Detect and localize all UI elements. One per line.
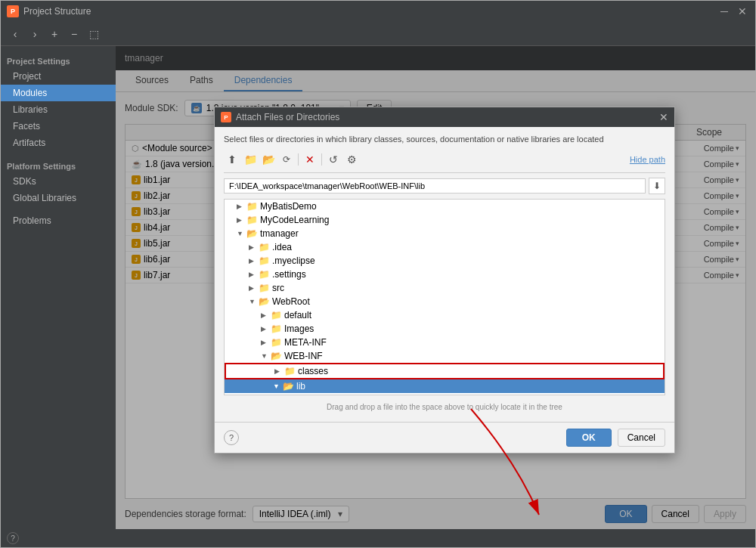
chevron-down-icon: ▼ [273, 382, 280, 390]
back-button[interactable]: ‹ [7, 26, 23, 42]
modal-body: Select files or directories in which lib… [215, 127, 674, 422]
window-title: Project Structure [23, 6, 713, 17]
tree-item-default[interactable]: ▶ 📁 default [225, 308, 665, 322]
platform-settings-section: Platform Settings [1, 157, 116, 173]
tree-item-asm-jar[interactable]: ▶ J asm.jar [225, 393, 665, 395]
path-input-row: ⬇ [224, 178, 665, 194]
tree-item-meta-inf[interactable]: ▶ 📁 META-INF [225, 336, 665, 349]
main-area: Project Settings Project Modules Librari… [1, 46, 755, 529]
folder-open-icon: 📂 [283, 381, 294, 392]
modal-bottom: ? OK Cancel [215, 422, 674, 453]
modal-buttons: OK Cancel [566, 429, 665, 447]
delete-button[interactable]: ✕ [302, 151, 318, 168]
sidebar-item-sdks[interactable]: SDKs [1, 173, 116, 190]
sidebar-item-problems[interactable]: Problems [1, 212, 116, 229]
tree-item-mycodelearning[interactable]: ▶ 📁 MyCodeLearning [225, 213, 665, 227]
modal-cancel-button[interactable]: Cancel [618, 429, 665, 447]
minimize-button[interactable]: ─ [717, 5, 731, 18]
toolbar-separator [321, 153, 322, 166]
folder-open-icon: 📂 [271, 351, 282, 361]
tree-item-src[interactable]: ▶ 📁 src [225, 281, 665, 295]
action-button[interactable]: ⚙ [343, 151, 360, 168]
tree-item-idea[interactable]: ▶ 📁 .idea [225, 240, 665, 254]
new-folder-button[interactable]: 📂 [260, 151, 277, 168]
project-settings-section: Project Settings [1, 52, 116, 68]
folder-icon: 📁 [259, 255, 270, 266]
chevron-right-icon: ▶ [237, 203, 244, 210]
sidebar-item-modules[interactable]: Modules [1, 85, 116, 101]
chevron-right-icon: ▶ [261, 311, 268, 319]
add-button[interactable]: + [46, 26, 63, 42]
main-toolbar: ‹ › + − ⬚ [1, 22, 755, 46]
tree-item-label: src [272, 283, 284, 293]
tree-item-webroot[interactable]: ▼ 📂 WebRoot [225, 295, 665, 308]
tree-item-label: .myeclipse [272, 255, 315, 266]
tree-item-settings[interactable]: ▶ 📁 .settings [225, 268, 665, 281]
tree-item-images[interactable]: ▶ 📁 Images [225, 322, 665, 336]
tree-item-label: WebRoot [272, 296, 310, 307]
folder-icon: 📁 [271, 337, 282, 348]
close-button[interactable]: ✕ [736, 5, 749, 18]
tree-item-label: classes [298, 366, 328, 376]
tree-item-label: WEB-INF [284, 351, 323, 361]
tree-item-label: default [284, 310, 311, 320]
modal-title-bar: P Attach Files or Directories ✕ [215, 107, 674, 127]
tree-item-label: MyBatisDemo [260, 201, 317, 212]
path-input[interactable] [224, 178, 646, 194]
remove-button[interactable]: − [66, 26, 82, 42]
refresh-button[interactable]: ⟳ [278, 151, 295, 168]
reload-button[interactable]: ↺ [325, 151, 342, 168]
tree-item-label: tmanager [260, 228, 299, 239]
modal-hint: Drag and drop a file into the space abov… [224, 400, 665, 414]
modal-toolbar: ⬆ 📁 📂 ⟳ ✕ ↺ ⚙ Hide path [224, 151, 665, 173]
sidebar-item-project[interactable]: Project [1, 68, 116, 85]
tree-item-label: .settings [272, 269, 306, 280]
chevron-down-icon: ▼ [249, 298, 256, 305]
folder-icon: 📁 [271, 310, 282, 320]
create-folder-button[interactable]: 📁 [242, 151, 259, 168]
modal-overlay: P Attach Files or Directories ✕ Select f… [116, 46, 755, 529]
modal-help-button[interactable]: ? [224, 430, 239, 445]
folder-icon: 📁 [259, 283, 270, 293]
folder-open-icon: 📂 [259, 296, 270, 307]
tree-item-label: .idea [272, 242, 292, 252]
chevron-down-icon: ▼ [237, 230, 244, 237]
modal-ok-button[interactable]: OK [566, 429, 612, 447]
modal-description: Select files or directories in which lib… [224, 135, 665, 144]
tree-item-lib[interactable]: ▼ 📂 lib [225, 379, 665, 393]
sidebar-item-facets[interactable]: Facets [1, 118, 116, 135]
bottom-status-bar: ? [1, 529, 755, 547]
nav-up-button[interactable]: ⬆ [224, 151, 240, 168]
chevron-right-icon: ▶ [249, 243, 256, 251]
chevron-right-icon: ▶ [274, 367, 282, 375]
modal-title: Attach Files or Directories [236, 112, 655, 122]
sidebar-item-global-libraries[interactable]: Global Libraries [1, 190, 116, 206]
toolbar-separator [298, 153, 299, 166]
path-download-button[interactable]: ⬇ [649, 178, 665, 194]
copy-button[interactable]: ⬚ [85, 26, 102, 42]
tree-item-myeclipse[interactable]: ▶ 📁 .myeclipse [225, 254, 665, 268]
tree-item-mybatisdemo[interactable]: ▶ 📁 MyBatisDemo [225, 200, 665, 213]
file-tree[interactable]: ▶ 📁 MyBatisDemo ▶ 📁 MyCodeLearning ▼ [224, 199, 665, 395]
sidebar-item-artifacts[interactable]: Artifacts [1, 135, 116, 151]
tree-item-label: lib [296, 381, 305, 392]
tree-item-web-inf[interactable]: ▼ 📂 WEB-INF [225, 349, 665, 363]
tree-item-tmanager[interactable]: ▼ 📂 tmanager [225, 227, 665, 240]
folder-icon: 📁 [259, 242, 270, 252]
app-icon: P [7, 5, 19, 17]
chevron-right-icon: ▶ [237, 216, 244, 224]
chevron-right-icon: ▶ [261, 339, 268, 346]
title-bar: P Project Structure ─ ✕ [1, 1, 755, 22]
modal-app-icon: P [221, 112, 231, 122]
tree-item-classes[interactable]: ▶ 📁 classes [225, 363, 665, 379]
chevron-right-icon: ▶ [249, 284, 256, 292]
tree-item-label: MyCodeLearning [260, 215, 329, 225]
status-help-button[interactable]: ? [7, 532, 19, 544]
sidebar: Project Settings Project Modules Librari… [1, 46, 116, 529]
forward-button[interactable]: › [26, 26, 43, 42]
modal-close-button[interactable]: ✕ [659, 111, 668, 123]
tree-item-label: Images [284, 324, 314, 334]
tree-item-label: META-INF [284, 337, 327, 348]
hide-path-link[interactable]: Hide path [630, 155, 665, 164]
sidebar-item-libraries[interactable]: Libraries [1, 101, 116, 118]
